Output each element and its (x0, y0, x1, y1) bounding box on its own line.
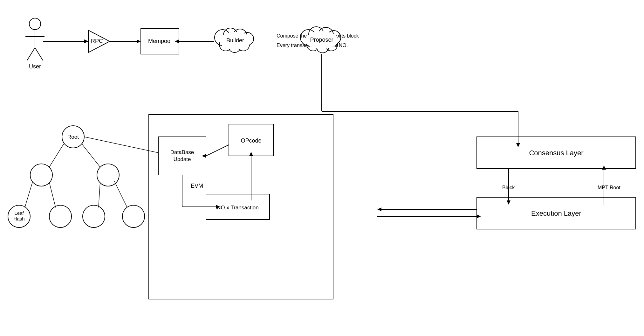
tree-node-rr (122, 205, 145, 228)
mpt-root-label: MPT Root (598, 185, 620, 190)
svg-line-46 (49, 144, 64, 167)
svg-marker-29 (516, 143, 520, 147)
svg-line-38 (206, 145, 229, 156)
svg-marker-39 (202, 154, 206, 158)
leaf-hash-label-1: Leaf (14, 210, 24, 216)
execution-layer-label: Execution Layer (531, 209, 581, 217)
database-update-label-1: DataBase (170, 149, 194, 155)
svg-marker-41 (249, 152, 253, 156)
evm-label: EVM (191, 183, 203, 189)
database-update-box (158, 137, 206, 175)
leaf-hash-label-2: Hash (13, 216, 24, 221)
proposer-label: Proposer (310, 37, 333, 43)
svg-marker-7 (137, 39, 141, 43)
svg-marker-37 (477, 214, 481, 218)
svg-marker-33 (602, 165, 606, 170)
svg-line-45 (84, 137, 158, 153)
root-label: Root (67, 134, 79, 140)
svg-marker-35 (377, 207, 381, 211)
svg-marker-9 (175, 39, 179, 43)
user-head-icon (29, 18, 41, 30)
svg-marker-5 (84, 39, 88, 43)
mempool-label: Mempool (148, 38, 172, 44)
user-label: User (29, 63, 41, 70)
diagram-container: User RPC Mempool Builder Compose the max… (0, 0, 644, 336)
svg-line-2 (27, 48, 35, 60)
database-update-label-2: Update (174, 156, 191, 162)
rpc-label: RPC (91, 38, 103, 44)
tree-node-rl (83, 205, 105, 228)
tree-node-lr (49, 205, 72, 228)
svg-line-50 (99, 182, 100, 207)
svg-marker-31 (507, 200, 510, 205)
opcode-label: OPcode (241, 137, 261, 144)
svg-line-48 (25, 182, 32, 207)
svg-line-47 (82, 144, 100, 167)
no-transaction-label: NO.x Transaction (217, 205, 258, 211)
svg-line-49 (49, 182, 56, 207)
svg-line-51 (114, 181, 127, 207)
consensus-layer-label: Consensus Layer (529, 149, 583, 157)
svg-line-3 (35, 48, 43, 60)
main-diagram: User RPC Mempool Builder Compose the max… (0, 0, 644, 336)
tree-node-l1 (30, 164, 52, 186)
builder-label: Builder (226, 37, 244, 44)
